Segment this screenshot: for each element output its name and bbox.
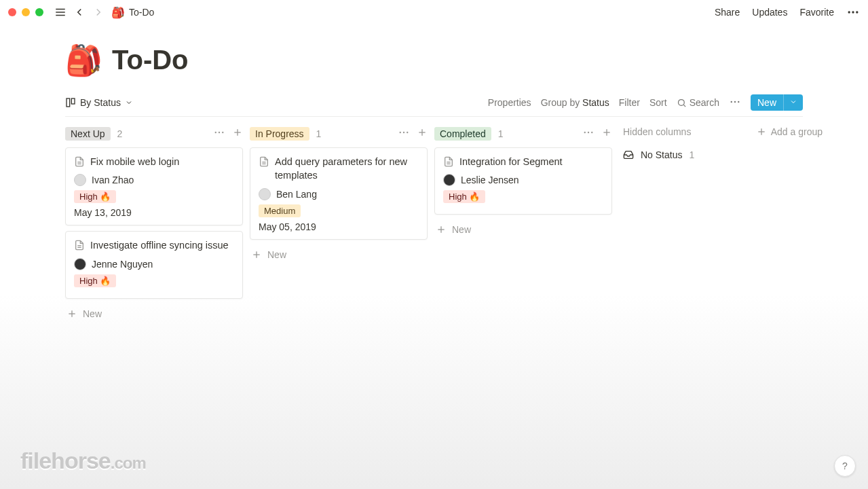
help-button[interactable]: ? — [834, 455, 856, 477]
priority-badge: High 🔥 — [74, 274, 116, 287]
svg-point-24 — [400, 132, 401, 133]
group-by-button[interactable]: Group by Status — [541, 97, 609, 108]
card-date: May 13, 2019 — [74, 207, 234, 218]
add-group-button[interactable]: Add a group — [756, 126, 823, 137]
page-more-button[interactable] — [846, 5, 860, 19]
card-title: Add query parameters for new templates — [275, 155, 419, 183]
column-add-button[interactable] — [232, 127, 243, 140]
board-card[interactable]: Investigate offline syncing issue Jenne … — [65, 231, 243, 298]
svg-point-33 — [584, 132, 586, 133]
page-icon — [443, 156, 454, 167]
card-title: Investigate offline syncing issue — [90, 238, 229, 252]
new-button[interactable]: New — [751, 94, 803, 111]
column-name-tag[interactable]: Completed — [434, 127, 491, 141]
sidebar-toggle-button[interactable] — [54, 6, 67, 18]
add-card-button[interactable]: New — [65, 304, 243, 323]
plus-icon — [251, 249, 262, 260]
svg-point-8 — [678, 99, 684, 105]
svg-point-25 — [403, 132, 404, 133]
share-button[interactable]: Share — [715, 7, 740, 18]
window-minimize-button[interactable] — [22, 8, 30, 16]
nav-back-button[interactable] — [73, 6, 86, 18]
add-card-label: New — [452, 224, 471, 235]
column-header: Completed 1 — [434, 126, 612, 141]
card-title: Fix mobile web login — [90, 155, 179, 168]
svg-point-26 — [407, 132, 408, 133]
hamburger-icon — [54, 6, 67, 18]
view-picker[interactable]: By Status — [65, 97, 133, 108]
column-count: 1 — [498, 128, 504, 139]
board-column: Completed 1 Integration for Segment Lesl… — [434, 126, 612, 239]
window-zoom-button[interactable] — [35, 8, 43, 16]
help-label: ? — [842, 460, 848, 471]
svg-rect-6 — [67, 98, 70, 107]
avatar — [443, 174, 455, 186]
plus-icon — [417, 127, 428, 138]
properties-button[interactable]: Properties — [488, 97, 531, 108]
page-emoji[interactable]: 🎒 — [65, 46, 102, 75]
window-close-button[interactable] — [8, 8, 16, 16]
page-icon — [259, 156, 269, 167]
column-add-button[interactable] — [601, 127, 612, 140]
chevron-down-icon — [125, 98, 133, 107]
svg-point-3 — [848, 11, 850, 13]
page-title[interactable]: To-Do — [112, 45, 189, 75]
svg-line-9 — [683, 105, 685, 107]
new-button-caret[interactable] — [783, 94, 803, 111]
board-card[interactable]: Fix mobile web login Ivan Zhao High 🔥 Ma… — [65, 147, 243, 225]
traffic-lights — [8, 8, 43, 16]
svg-rect-7 — [71, 98, 75, 104]
no-status-count: 1 — [689, 149, 694, 160]
breadcrumb-title: To-Do — [129, 7, 154, 18]
dots-horizontal-icon — [213, 126, 225, 139]
hidden-columns-label[interactable]: Hidden columns — [623, 126, 691, 137]
page-header: 🎒 To-Do — [65, 45, 803, 75]
svg-point-10 — [731, 101, 732, 102]
nav-forward-button[interactable] — [92, 6, 105, 18]
no-status-group[interactable]: No Status 1 — [623, 149, 823, 160]
plus-icon — [232, 127, 243, 138]
card-assignee: Leslie Jensen — [443, 174, 603, 186]
sort-button[interactable]: Sort — [649, 97, 667, 108]
avatar — [74, 258, 86, 270]
assignee-name: Leslie Jensen — [461, 175, 519, 185]
assignee-name: Ivan Zhao — [92, 175, 134, 185]
updates-button[interactable]: Updates — [752, 7, 787, 18]
priority-badge: Medium — [259, 204, 301, 217]
board-card[interactable]: Integration for Segment Leslie Jensen Hi… — [434, 147, 612, 215]
search-button[interactable]: Search — [677, 97, 719, 108]
chevron-down-icon — [789, 98, 797, 106]
avatar — [259, 188, 271, 200]
dots-horizontal-icon — [582, 126, 595, 139]
svg-point-4 — [852, 11, 854, 13]
watermark: filehorse.com — [20, 448, 146, 474]
view-name: By Status — [80, 97, 121, 108]
column-more-button[interactable] — [213, 126, 225, 141]
add-card-button[interactable]: New — [434, 220, 612, 239]
svg-point-34 — [588, 132, 589, 133]
column-name-tag[interactable]: In Progress — [250, 127, 309, 141]
add-group-label: Add a group — [771, 126, 823, 137]
dots-horizontal-icon — [729, 96, 741, 108]
card-assignee: Jenne Nguyen — [74, 258, 234, 270]
add-card-button[interactable]: New — [250, 245, 428, 264]
column-name-tag[interactable]: Next Up — [65, 127, 111, 141]
breadcrumb[interactable]: 🎒 To-Do — [111, 6, 154, 19]
priority-badge: High 🔥 — [443, 190, 485, 203]
view-more-button[interactable] — [729, 96, 741, 110]
watermark-b: .com — [111, 454, 146, 472]
plus-icon — [601, 127, 612, 138]
card-assignee: Ivan Zhao — [74, 174, 234, 186]
card-date: May 05, 2019 — [259, 221, 419, 232]
group-by-label: Group by — [541, 97, 582, 108]
column-header: In Progress 1 — [250, 126, 428, 141]
favorite-button[interactable]: Favorite — [799, 7, 834, 18]
column-more-button[interactable] — [398, 126, 410, 141]
column-add-button[interactable] — [417, 127, 428, 140]
dots-horizontal-icon — [846, 5, 860, 19]
page: 🎒 To-Do By Status Properties Group by St… — [0, 24, 868, 323]
column-more-button[interactable] — [582, 126, 595, 141]
board-card[interactable]: Add query parameters for new templates B… — [250, 147, 428, 240]
add-card-label: New — [83, 308, 102, 319]
filter-button[interactable]: Filter — [619, 97, 640, 108]
